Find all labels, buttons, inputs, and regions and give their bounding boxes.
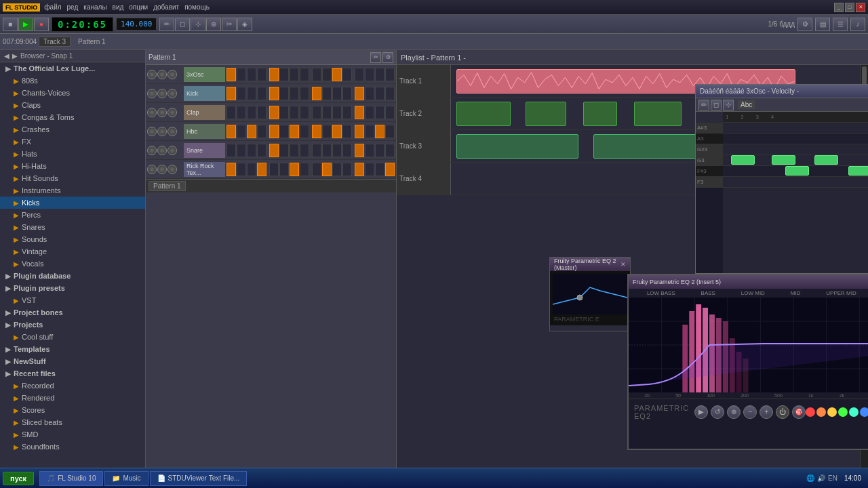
beat-pad-2-13[interactable] [365,106,374,119]
track-2-clip-d[interactable] [634,102,682,126]
beat-edit-button[interactable]: ✏ [370,52,381,63]
beat-pad-2-15[interactable] [385,106,395,119]
record-button[interactable]: ● [34,18,49,31]
beat-pad-2-4[interactable] [269,106,279,119]
beat-settings-button[interactable]: ⚙ [382,52,393,63]
beat-pad-3-4[interactable] [269,125,279,138]
sidebar-item-scores[interactable]: ▶ Scores [0,404,145,416]
beat-pad-0-14[interactable] [375,68,384,81]
beat-pad-5-11[interactable] [342,163,352,176]
beat-pad-3-15[interactable] [385,125,395,138]
pr-note-4[interactable] [785,166,809,176]
sidebar-item-sliced_beats[interactable]: ▶ Sliced beats [0,416,145,428]
beat-pad-1-14[interactable] [375,87,384,100]
beat-pad-4-1[interactable] [237,144,246,157]
sidebar-item-crashes[interactable]: ▶ Crashes [0,123,145,136]
sidebar-item-vocals[interactable]: ▶ Vocals [0,258,145,270]
taskbar-app-music[interactable]: 📁 Music [104,471,148,486]
sidebar-item-plugin_presets[interactable]: ▶ Plugin presets [0,282,145,294]
beat-pad-3-8[interactable] [312,125,321,138]
beat-pad-5-3[interactable] [257,163,267,176]
beat-pad-2-3[interactable] [257,106,267,119]
sidebar-item-fx[interactable]: ▶ FX [0,136,145,148]
beat-name-1[interactable]: Kick [184,86,225,101]
beat-pad-0-11[interactable] [342,68,352,81]
sidebar-item-808s[interactable]: ▶ 808s [0,75,145,87]
beat-pad-1-4[interactable] [269,87,279,100]
pr-tool-1[interactable]: ✏ [698,100,709,110]
beat-pad-5-9[interactable] [322,163,332,176]
beat-knob-1-0[interactable] [147,89,157,98]
beat-knob-5-2[interactable] [167,165,177,174]
beat-knob-2-0[interactable] [147,108,157,117]
beat-pad-4-12[interactable] [355,144,364,157]
beat-pad-1-6[interactable] [290,87,299,100]
beat-pad-1-12[interactable] [355,87,364,100]
pr-tool-2[interactable]: ◻ [711,100,722,110]
beat-name-0[interactable]: 3xOsc [184,67,225,82]
beat-pad-3-2[interactable] [247,125,256,138]
piano-roll-button[interactable]: ♪ [850,18,865,31]
beat-pad-3-10[interactable] [332,125,342,138]
beat-pad-4-13[interactable] [365,144,374,157]
sidebar-item-recorded[interactable]: ▶ Recorded [0,380,145,392]
menu-view[interactable]: вид [113,3,124,11]
beat-pad-4-3[interactable] [257,144,267,157]
beat-pad-0-4[interactable] [269,68,279,81]
taskbar-app-flstudio[interactable]: 🎵 FL Studio 10 [39,471,103,486]
select-tool[interactable]: ⊹ [191,18,205,31]
beat-name-2[interactable]: Clap [184,105,225,120]
beat-pad-4-10[interactable] [332,144,342,157]
beat-pad-5-2[interactable] [247,163,256,176]
sidebar-item-plugin_database[interactable]: ▶ Plugin database [0,270,145,282]
sidebar-item-vst[interactable]: ▶ VST [0,294,145,306]
beat-pad-2-6[interactable] [290,106,299,119]
beat-pad-2-14[interactable] [375,106,384,119]
beat-pad-4-15[interactable] [385,144,395,157]
track-2-clip-b[interactable] [526,102,566,126]
sidebar-item-vintage[interactable]: ▶ Vintage [0,245,145,258]
eq-band-dot-5[interactable] [860,407,868,417]
beat-pad-0-10[interactable] [332,68,342,81]
beat-pad-3-0[interactable] [226,125,236,138]
sidebar-item-recent_files[interactable]: ▶ Recent files [0,367,145,380]
beat-knob-5-1[interactable] [157,165,167,174]
pr-note-1[interactable] [731,155,755,165]
pr-note-2[interactable] [772,155,795,165]
beat-pad-2-8[interactable] [312,106,321,119]
beat-pad-3-9[interactable] [322,125,332,138]
pr-note-5[interactable] [848,166,868,176]
stop-button[interactable]: ■ [3,18,18,31]
sidebar-item-congas___toms[interactable]: ▶ Congas & Toms [0,111,145,123]
beat-pad-2-9[interactable] [322,106,332,119]
eq-band-dot-4[interactable] [849,407,859,417]
beat-pad-3-11[interactable] [342,125,352,138]
beat-name-3[interactable]: Hbc [184,124,225,139]
beat-pad-5-14[interactable] [375,163,384,176]
beat-name-5[interactable]: Rick Rock Tex... [184,162,225,177]
beat-knob-1-2[interactable] [167,89,177,98]
erase-tool[interactable]: ◻ [175,18,190,31]
beat-pad-2-7[interactable] [300,106,309,119]
beat-pad-0-15[interactable] [385,68,395,81]
beat-pad-3-12[interactable] [355,125,364,138]
beat-pad-3-5[interactable] [279,125,289,138]
beat-pad-0-2[interactable] [247,68,256,81]
sidebar-item-the_official_lex_luge___[interactable]: ▶ The Official Lex Luge... [0,62,145,75]
eq-band-dot-2[interactable] [827,407,837,417]
beat-pad-1-3[interactable] [257,87,267,100]
sidebar-item-hi_hats[interactable]: ▶ Hi-Hats [0,160,145,172]
beat-knob-2-1[interactable] [157,108,167,117]
sidebar-item-projects[interactable]: ▶ Projects [0,319,145,331]
sidebar-item-sounds[interactable]: ▶ Sounds [0,233,145,245]
draw-tool[interactable]: ✏ [159,18,174,31]
beat-pad-4-0[interactable] [226,144,236,157]
beat-pad-1-2[interactable] [247,87,256,100]
beat-pad-4-5[interactable] [279,144,289,157]
settings-button[interactable]: ⚙ [797,18,812,31]
mute-tool[interactable]: ◈ [237,18,252,31]
beat-knob-4-1[interactable] [157,146,167,155]
beat-pad-4-9[interactable] [322,144,332,157]
sidebar-item-newstuff[interactable]: ▶ NewStuff [0,355,145,367]
taskbar-app-viewer[interactable]: 📄 STDUViewer Text File... [150,471,248,486]
